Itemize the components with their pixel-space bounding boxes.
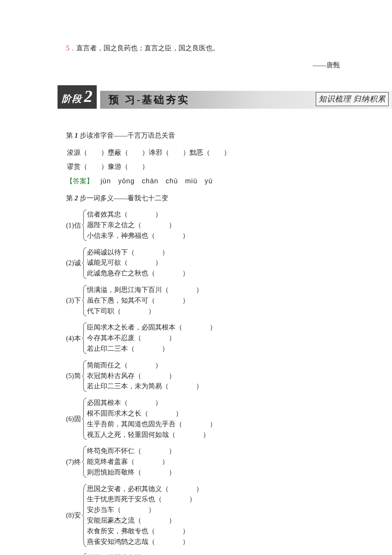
stage-banner: 预 习-基础夯实 阶段 2 知识梳理 归纳积累 (58, 87, 392, 109)
word-label: (4)本 (66, 322, 81, 354)
word-item: 若止印二三本，未为简易（ ） (87, 381, 203, 392)
answer-tag: 【答案】 (66, 177, 93, 185)
word-item: 代下司职（ ） (87, 306, 203, 317)
word-item: 生乎吾前，其闻道也固先乎吾（ ） (87, 419, 216, 430)
word-label: (3)下 (66, 285, 81, 316)
word-label: (2)诚 (66, 247, 81, 279)
word-item: 若止印二三本（ ） (87, 344, 216, 354)
word-item: 衣冠简朴古风存（ ） (87, 371, 203, 382)
answer-pinyin: jùn yōng chán chù miù yù (93, 177, 213, 185)
word-group: (5)简简能而任之（ ）衣冠简朴古风存（ ）若止印二三本，未为简易（ ） (66, 360, 345, 392)
step1-line-2: 谬赏（ ）豫游（ ） (67, 161, 345, 172)
word-group: (3)下惧满溢，则思江海下百川（ ）虽在下愚，知其不可（ ）代下司职（ ） (66, 285, 345, 316)
word-group: (8)安思国之安者，必积其德义（ ）生于忧患而死于安乐也（ ）安步当车（ ）安能… (66, 484, 345, 547)
step1-title: 第 1 步读准字音——千言万语总关音 (66, 130, 345, 141)
word-items: 必竭诚以待下（ ）诚能见可欲（ ）此诚危急存亡之秋也（ ） (87, 247, 189, 279)
word-item: 燕雀安知鸿鹄之志哉（ ） (87, 537, 203, 547)
word-group: (4)本臣闻求木之长者，必固其根本（ ）今存其本不忍废（ ）若止印二三本（ ） (66, 322, 345, 354)
banner-stage-box: 阶段 2 (58, 85, 97, 109)
word-items: 简能而任之（ ）衣冠简朴古风存（ ）若止印二三本，未为简易（ ） (87, 360, 203, 392)
stage-label: 阶段 (62, 91, 82, 106)
word-item: 衣食所安，弗敢专也（ ） (87, 526, 203, 537)
word-item: 根不固而求木之长（ ） (87, 408, 216, 419)
word-item: 生于忧患而死于安乐也（ ） (87, 494, 203, 505)
quote-attribution: ——唐甄 (66, 60, 345, 71)
word-item: 则思慎始而敬终（ ） (87, 467, 176, 478)
word-item: 思国之安者，必积其德义（ ） (87, 484, 203, 494)
word-item: 安能屈豪杰之流（ ） (87, 515, 203, 526)
word-item: 简能而任之（ ） (87, 360, 203, 371)
curly-bracket (82, 322, 87, 354)
word-items: 源不深而望流之远（ ）忧懈怠，则思慎始而敬终（ ）简能而任之，择善而从之（ ）蟹… (87, 553, 203, 555)
quote-number: 5． (66, 44, 76, 52)
word-item: 安步当车（ ） (87, 505, 203, 515)
word-items: 终苟免而不怀仁（ ）能克终者盖寡（ ）则思慎始而敬终（ ） (87, 446, 176, 477)
word-group: (9)而源不深而望流之远（ ）忧懈怠，则思慎始而敬终（ ）简能而任之，择善而从之… (66, 553, 345, 555)
curly-bracket (82, 360, 87, 392)
curly-bracket (82, 285, 87, 316)
word-group: (7)终终苟免而不怀仁（ ）能克终者盖寡（ ）则思慎始而敬终（ ） (66, 446, 345, 477)
word-items: 思国之安者，必积其德义（ ）生于忧患而死于安乐也（ ）安步当车（ ）安能屈豪杰之… (87, 484, 203, 547)
step1-line-1: 浚源（ ）壅蔽（ ）谗邪（ ）黜恶（ ） (67, 147, 345, 158)
word-item: 惧满溢，则思江海下百川（ ） (87, 285, 203, 295)
banner-subtitle: 知识梳理 归纳积累 (316, 92, 389, 106)
quote-text: 直言者，国之良药也；直言之臣，国之良医也。 (76, 44, 219, 52)
curly-bracket (82, 553, 87, 555)
word-items: 信者效其忠（ ）愿陛下亲之信之（ ）小信未孚，神弗福也（ ） (87, 209, 189, 241)
word-item: 终苟免而不怀仁（ ） (87, 446, 176, 457)
word-label: (8)安 (66, 484, 81, 547)
stage-number: 2 (84, 88, 93, 105)
word-group: (6)固必固其根本（ ）根不固而求木之长（ ）生乎吾前，其闻道也固先乎吾（ ）视… (66, 398, 345, 440)
step1-answer: 【答案】 jùn yōng chán chù miù yù (66, 176, 345, 187)
banner-left: 阶段 2 (58, 87, 97, 109)
step2-number: 2 (75, 194, 78, 202)
curly-bracket (82, 446, 87, 477)
word-item: 诚能见可欲（ ） (87, 257, 189, 268)
word-group: (1)信信者效其忠（ ）愿陛下亲之信之（ ）小信未孚，神弗福也（ ） (66, 209, 345, 241)
word-item: 虽在下愚，知其不可（ ） (87, 295, 203, 306)
curly-bracket (82, 398, 87, 440)
word-item: 信者效其忠（ ） (87, 209, 189, 220)
step1-number: 1 (75, 132, 78, 139)
word-label: (9)而 (66, 553, 81, 555)
curly-bracket (82, 209, 87, 241)
word-items: 臣闻求木之长者，必固其根本（ ）今存其本不忍废（ ）若止印二三本（ ） (87, 322, 216, 354)
step2-title: 第 2 步一词多义——看我七十二变 (66, 193, 345, 204)
word-items: 惧满溢，则思江海下百川（ ）虽在下愚，知其不可（ ）代下司职（ ） (87, 285, 203, 316)
word-item: 小信未孚，神弗福也（ ） (87, 231, 189, 241)
curly-bracket (82, 484, 87, 547)
word-item: 必固其根本（ ） (87, 398, 216, 408)
word-label: (5)简 (66, 360, 81, 392)
word-group: (2)诚必竭诚以待下（ ）诚能见可欲（ ）此诚危急存亡之秋也（ ） (66, 247, 345, 279)
word-items: 必固其根本（ ）根不固而求木之长（ ）生乎吾前，其闻道也固先乎吾（ ）视五人之死… (87, 398, 216, 440)
word-groups-container: (1)信信者效其忠（ ）愿陛下亲之信之（ ）小信未孚，神弗福也（ ）(2)诚必竭… (66, 209, 345, 555)
word-label: (7)终 (66, 446, 81, 477)
word-item: 愿陛下亲之信之（ ） (87, 220, 189, 231)
word-label: (6)固 (66, 398, 81, 440)
word-item: 能克终者盖寡（ ） (87, 457, 176, 467)
word-item: 源不深而望流之远（ ） (87, 553, 203, 555)
banner-title: 预 习-基础夯实 (109, 92, 190, 108)
word-item: 必竭诚以待下（ ） (87, 247, 189, 258)
curly-bracket (82, 247, 87, 279)
quote-line: 5．直言者，国之良药也；直言之臣，国之良医也。 (66, 43, 345, 54)
word-item: 视五人之死，轻重固何如哉（ ） (87, 430, 216, 440)
word-item: 此诚危急存亡之秋也（ ） (87, 268, 189, 279)
word-label: (1)信 (66, 209, 81, 241)
word-item: 今存其本不忍废（ ） (87, 333, 216, 344)
word-item: 臣闻求木之长者，必固其根本（ ） (87, 322, 216, 333)
